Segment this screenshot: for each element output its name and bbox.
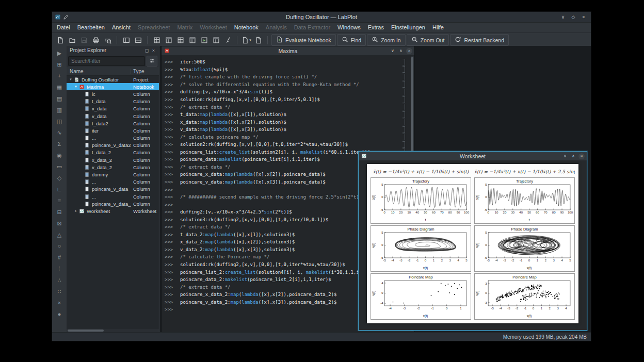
tree-item-dummy[interactable]: dummyColumn: [67, 171, 159, 178]
add-plot-icon[interactable]: ⊞: [54, 59, 65, 70]
new-spreadsheet-icon[interactable]: ▤: [54, 93, 65, 104]
tree-item-t-data[interactable]: t_dataColumn: [67, 98, 159, 105]
window-titlebar[interactable]: Duffing Oscillator — LabPlot ∨ ◇ ×: [52, 12, 591, 23]
menu-bearbeiten[interactable]: Bearbeiten: [74, 23, 108, 32]
maxima-titlebar[interactable]: Maxima ∨ ∧ ×: [162, 46, 414, 56]
new-worksheet-icon[interactable]: ▦: [54, 82, 65, 92]
menu-extras[interactable]: Extras: [364, 23, 388, 32]
tree-item-ic[interactable]: icColumn: [67, 90, 159, 97]
presenter-mode-icon[interactable]: ▶: [54, 48, 65, 58]
menu-ansicht[interactable]: Ansicht: [108, 23, 134, 32]
notebook-entry[interactable]: >>>%tau:bfloat(%pi)$: [165, 66, 410, 74]
worksheet-close-button[interactable]: ×: [578, 153, 585, 159]
plot-phase-diagram-right[interactable]: Phase Diagram-5-4-3-2-101234550-5x(t)v(t…: [474, 225, 575, 272]
new-matrix-icon[interactable]: ▥: [54, 105, 65, 115]
shape-tool-icon[interactable]: ◇: [54, 173, 65, 183]
remove-results-button[interactable]: [222, 35, 233, 45]
statistics-icon[interactable]: Σ: [54, 139, 65, 149]
worksheet-titlebar[interactable]: Worksheet ∨ ∧ ×: [359, 152, 587, 161]
notebook-entry[interactable]: >>>x_data:map(lambda([x],x[2]),solution)…: [165, 118, 410, 126]
plot-phase-diagram-left[interactable]: Phase Diagram-5-4-3-2-101234550-5x(t)v(t…: [371, 225, 471, 272]
notebook-entry[interactable]: >>>v_data:map(lambda([x],x[3]),solution)…: [165, 126, 410, 134]
xy-curve-icon[interactable]: ∿: [54, 127, 65, 138]
import-file-button[interactable]: [253, 35, 264, 45]
marker-dot-icon[interactable]: ●: [54, 309, 65, 319]
grid-toggle-icon[interactable]: #: [54, 252, 65, 262]
column-header-type[interactable]: Type: [131, 69, 159, 74]
find-button[interactable]: Find: [337, 34, 366, 46]
new-project-button[interactable]: [55, 35, 66, 45]
close-button[interactable]: ×: [580, 14, 587, 20]
menu-datei[interactable]: Datei: [53, 23, 74, 32]
expander-icon[interactable]: ▾: [73, 85, 78, 89]
expander-icon[interactable]: ▸: [73, 209, 78, 213]
notebook-entry[interactable]: >>>/* calculate poincare map */: [165, 133, 410, 141]
insert-text-entry-button[interactable]: [163, 35, 174, 45]
tree-item-t-data2[interactable]: t_data2Column: [67, 120, 159, 127]
zoom-out-tool-icon[interactable]: ⊟: [54, 207, 65, 217]
tree-item-poincare-v-data[interactable]: poincare_v_dataColumn: [67, 186, 159, 193]
legend-tool-icon[interactable]: ≡: [54, 195, 65, 206]
more-tools-icon[interactable]: ⋮: [54, 264, 65, 274]
search-filter-input[interactable]: [68, 56, 145, 66]
export-dropdown-button[interactable]: ▾: [241, 35, 252, 45]
crosshair-tool-icon[interactable]: +: [54, 71, 65, 81]
tree-item-item[interactable]: ...Column: [67, 178, 159, 186]
insert-command-entry-button[interactable]: [151, 35, 162, 45]
tree-item-t-data-2[interactable]: t_data_2Column: [67, 149, 159, 156]
dock-float-button[interactable]: ◻: [143, 48, 150, 53]
expander-icon[interactable]: ▾: [68, 77, 73, 81]
tree-item-v-data-2[interactable]: v_data_2Column: [67, 163, 159, 171]
tree-item-item[interactable]: ...Column: [67, 135, 159, 142]
notebook-entry[interactable]: >>>/* extract data */: [165, 103, 410, 111]
proportion-tool-icon[interactable]: ∷: [54, 286, 65, 297]
plot-trajectory-right[interactable]: Trajectory010203040506070809010050-5tx(t…: [474, 177, 575, 224]
menu-hilfe[interactable]: Hilfe: [429, 23, 447, 32]
tree-item-poincare-v-data2[interactable]: poincare_v_data2Column: [67, 142, 159, 149]
maxima-maximize-button[interactable]: ∧: [398, 48, 404, 54]
notebook-entry[interactable]: >>>t_data:map(lambda([x],x[1]),solution)…: [165, 111, 410, 119]
plot-trajectory-left[interactable]: Trajectory010203040506070809010050-5tx(t…: [371, 177, 471, 224]
tree-item-poincare-v-data-2[interactable]: poincare_v_data_2Column: [67, 200, 159, 207]
tree-item-item[interactable]: ...Column: [67, 193, 159, 200]
plot-poincare-map-right[interactable]: Poincare Map-5-4-3-2-10123430-3x(t)v(t): [474, 273, 575, 320]
marker-circle-icon[interactable]: ○: [54, 241, 65, 251]
marker-triangle-icon[interactable]: △: [54, 229, 65, 240]
collapse-results-button[interactable]: [211, 35, 221, 45]
tree-item-worksheet[interactable]: ▸WorksheetWorksheet: [67, 207, 159, 215]
notebook-entry[interactable]: >>>/* first example with the driving for…: [165, 73, 410, 81]
zoom-out-button[interactable]: Zoom Out: [407, 34, 449, 46]
notebook-entry[interactable]: >>>iter:500$: [165, 58, 410, 66]
maxima-close-button[interactable]: ×: [406, 48, 412, 54]
data-picker-icon[interactable]: ◉: [54, 150, 65, 160]
filter-options-button[interactable]: [147, 56, 157, 67]
notebook-entry[interactable]: >>>solution2:rk(duffing,[x,v],[0,0],[t,0…: [165, 141, 410, 149]
restart-backend-button[interactable]: Restart Backend: [450, 34, 509, 46]
toggle-properties-dock-button[interactable]: [133, 35, 143, 45]
tree-item-x-data-2[interactable]: x_data_2Column: [67, 156, 159, 163]
plot-poincare-map-left[interactable]: Poincare Map-4-3-2-10140-4x(t)v(t): [371, 273, 471, 320]
menu-notebook[interactable]: Notebook: [231, 23, 262, 32]
maximize-button[interactable]: ◇: [570, 14, 577, 20]
worksheet-minimize-button[interactable]: ∨: [562, 153, 568, 159]
worksheet-maximize-button[interactable]: ∧: [570, 153, 576, 159]
tree-item-x-data[interactable]: x_dataColumn: [67, 105, 159, 112]
open-project-button[interactable]: [67, 35, 77, 45]
evaluate-entry-button[interactable]: [199, 35, 210, 45]
menu-windows[interactable]: Windows: [334, 23, 364, 32]
tree-item-maxima[interactable]: ▾MaximaNotebook: [67, 83, 159, 90]
tree-item-iter[interactable]: iterColumn: [67, 127, 159, 134]
points-tool-icon[interactable]: ∴: [54, 275, 65, 285]
text-label-icon[interactable]: ▭: [54, 161, 65, 172]
insert-latex-entry-button[interactable]: [187, 35, 198, 45]
menu-einstellungen[interactable]: Einstellungen: [388, 23, 429, 32]
close-tool-icon[interactable]: ×: [54, 298, 65, 308]
print-preview-button[interactable]: [102, 35, 113, 45]
notebook-entry[interactable]: >>>/* solve the differential equation wi…: [165, 81, 410, 89]
notebook-entry[interactable]: >>>solution:rk(duffing,[x,v],[0,0],[t,0,…: [165, 96, 410, 104]
minimize-button[interactable]: ∨: [559, 14, 567, 20]
toggle-project-explorer-button[interactable]: [121, 35, 132, 45]
delete-tool-icon[interactable]: ⊠: [54, 218, 65, 228]
scrollbar-thumb[interactable]: [68, 330, 104, 332]
zoom-in-button[interactable]: Zoom In: [367, 34, 406, 46]
